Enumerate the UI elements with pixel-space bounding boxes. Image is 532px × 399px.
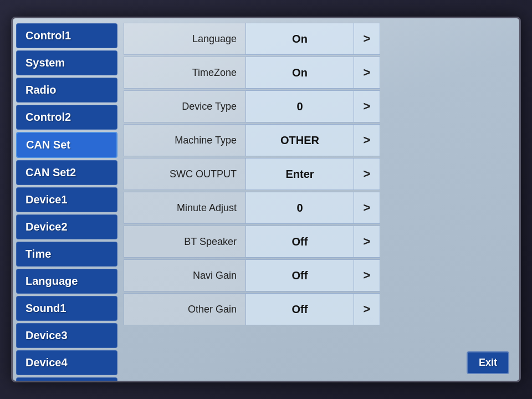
row-arrow-button[interactable]: > bbox=[354, 57, 380, 89]
footer: Exit bbox=[124, 349, 514, 376]
settings-row: Machine TypeOTHER> bbox=[124, 124, 514, 156]
screen: Control1SystemRadioControl2CAN SetCAN Se… bbox=[11, 17, 521, 382]
sidebar-item-device4[interactable]: Device4 bbox=[16, 350, 117, 375]
row-label: BT Speaker bbox=[124, 226, 245, 258]
row-arrow-button[interactable]: > bbox=[354, 124, 380, 156]
row-arrow-button[interactable]: > bbox=[354, 192, 380, 224]
settings-row: TimeZoneOn> bbox=[124, 57, 514, 89]
sidebar: Control1SystemRadioControl2CAN SetCAN Se… bbox=[13, 18, 121, 381]
sidebar-item-control2[interactable]: Control2 bbox=[16, 105, 117, 130]
row-arrow-button[interactable]: > bbox=[354, 226, 380, 258]
row-arrow-button[interactable]: > bbox=[354, 158, 380, 190]
sidebar-item-control1[interactable]: Control1 bbox=[16, 23, 117, 48]
row-arrow-button[interactable]: > bbox=[354, 23, 380, 55]
row-arrow-button[interactable]: > bbox=[354, 293, 380, 325]
settings-row: Other GainOff> bbox=[124, 293, 514, 325]
exit-button[interactable]: Exit bbox=[467, 351, 509, 374]
sidebar-item-device3[interactable]: Device3 bbox=[16, 323, 117, 348]
sidebar-item-device2[interactable]: Device2 bbox=[16, 214, 117, 239]
sidebar-item-system[interactable]: System bbox=[16, 50, 117, 75]
settings-row: Minute Adjust0> bbox=[124, 192, 514, 224]
row-label: SWC OUTPUT bbox=[124, 158, 245, 190]
sidebar-item-can-set[interactable]: CAN Set bbox=[16, 132, 117, 158]
row-value: 0 bbox=[245, 192, 354, 224]
settings-row: Device Type0> bbox=[124, 90, 514, 122]
row-label: Navi Gain bbox=[124, 259, 245, 291]
row-label: Device Type bbox=[124, 90, 245, 122]
row-value: OTHER bbox=[245, 124, 354, 156]
row-arrow-button[interactable]: > bbox=[354, 259, 380, 291]
main-content: LanguageOn>TimeZoneOn>Device Type0>Machi… bbox=[121, 18, 519, 381]
row-value: On bbox=[245, 57, 354, 89]
row-arrow-button[interactable]: > bbox=[354, 90, 380, 122]
sidebar-item-device5[interactable]: Device5 bbox=[16, 377, 117, 382]
settings-row: Navi GainOff> bbox=[124, 259, 514, 291]
sidebar-item-radio[interactable]: Radio bbox=[16, 78, 117, 103]
row-label: Other Gain bbox=[124, 293, 245, 325]
row-label: Machine Type bbox=[124, 124, 245, 156]
row-value: Off bbox=[245, 293, 354, 325]
settings-row: SWC OUTPUTEnter> bbox=[124, 158, 514, 190]
sidebar-item-sound1[interactable]: Sound1 bbox=[16, 296, 117, 321]
row-label: Minute Adjust bbox=[124, 192, 245, 224]
settings-row: BT SpeakerOff> bbox=[124, 226, 514, 258]
row-label: Language bbox=[124, 23, 245, 55]
row-value: On bbox=[245, 23, 354, 55]
sidebar-item-time[interactable]: Time bbox=[16, 242, 117, 267]
row-value: Enter bbox=[245, 158, 354, 190]
row-value: Off bbox=[245, 226, 354, 258]
settings-row: LanguageOn> bbox=[124, 23, 514, 55]
sidebar-item-can-set2[interactable]: CAN Set2 bbox=[16, 160, 117, 185]
row-value: 0 bbox=[245, 90, 354, 122]
row-value: Off bbox=[245, 259, 354, 291]
sidebar-item-device1[interactable]: Device1 bbox=[16, 187, 117, 212]
sidebar-item-language[interactable]: Language bbox=[16, 269, 117, 294]
row-label: TimeZone bbox=[124, 57, 245, 89]
